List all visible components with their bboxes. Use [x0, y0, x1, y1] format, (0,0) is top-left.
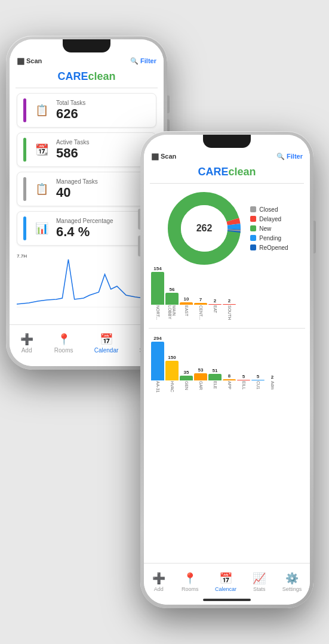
title-care-2: CARE [198, 166, 228, 178]
bar-chart-section-2: 294 AA-31 150 HVAC 35 GEN 53 GAR 51 ELE … [144, 331, 310, 401]
stat-info-0: Total Tasks 626 [56, 100, 150, 122]
nav-icon-p2-3: 📈 [253, 572, 266, 585]
stat-icon-3: 📊 [32, 219, 51, 238]
stat-card-0: 📋 Total Tasks 626 [17, 93, 156, 128]
scan-label-2: Scan [161, 153, 176, 160]
home-indicator-2 [203, 599, 251, 601]
right-button [313, 221, 316, 253]
bar-group-2-2: 35 GEN [180, 370, 193, 399]
search-icon-1: 🔍 [130, 57, 139, 65]
legend-item-1: Delayed [250, 216, 288, 222]
title-clean-1: clean [88, 70, 115, 82]
bar-2-5 [223, 379, 236, 380]
bar-group-1-5: 2 SOUTH [223, 298, 236, 323]
bar-group-2-0: 294 AA-31 [151, 336, 164, 399]
bar-2-0 [151, 342, 164, 380]
donut-chart: 262 [165, 190, 243, 267]
stat-value-1: 586 [56, 145, 150, 161]
stat-card-2: 📋 Managed Tasks 40 [17, 172, 156, 206]
bar-group-2-6: 5 EILL [237, 374, 250, 399]
bar-2-7 [251, 380, 265, 380]
title-divider-1 [16, 88, 158, 88]
bar-1-5 [223, 304, 236, 305]
scan-icon-2: ▦ [151, 151, 159, 161]
nav-icon-0: ➕ [20, 333, 33, 346]
stat-info-3: Managed Percentage 6.4 % [56, 218, 150, 240]
bar-2-3 [194, 373, 207, 380]
stat-label-1: Active Tasks [56, 139, 150, 145]
donut-section: 262 ClosedDelayedNewPendingReOpened [144, 184, 310, 267]
nav-item-1-add[interactable]: ➕Add [20, 333, 33, 354]
notch-2 [203, 135, 251, 148]
bar-2-4 [208, 374, 222, 380]
stat-icon-1: 📆 [32, 140, 51, 159]
stat-info-2: Managed Tasks 40 [56, 178, 150, 200]
nav-item-1-rooms[interactable]: 📍Rooms [54, 333, 73, 354]
title-care-1: CARE [57, 70, 88, 82]
legend-dot-3 [250, 235, 256, 241]
bar-group-1-3: 7 CENT... [194, 297, 207, 323]
svg-text:262: 262 [196, 223, 213, 233]
left-button-2 [138, 236, 140, 256]
nav-icon-p2-1: 📍 [183, 572, 196, 585]
stat-bar-3 [23, 216, 26, 240]
scan-label-1: Scan [26, 57, 42, 64]
stat-value-2: 40 [56, 185, 150, 200]
nav-icon-2: 📅 [100, 333, 113, 346]
scan-button-2[interactable]: ▦ Scan [151, 151, 176, 161]
phone-2-content: ▦ Scan 🔍 Filter CAREclean [144, 135, 310, 605]
bar-group-1-4: 2 EAT [208, 298, 222, 323]
bar-group-1-0: 154 NORT... [151, 266, 164, 323]
scan-button-1[interactable]: ▦ Scan [17, 56, 42, 66]
stat-value-3: 6.4 % [56, 224, 150, 240]
nav-icon-p2-2: 📅 [219, 572, 232, 585]
stat-value-0: 626 [56, 106, 150, 122]
bar-1-1 [165, 293, 179, 305]
stat-card-3: 📊 Managed Percentage 6.4 % [17, 211, 156, 246]
filter-button-1[interactable]: 🔍 Filter [130, 57, 156, 65]
nav-item-2-settings[interactable]: ⚙️Settings [282, 572, 302, 592]
legend-item-0: Closed [250, 206, 288, 213]
nav-icon-1: 📍 [57, 333, 70, 346]
app-title-1: CAREclean [10, 69, 164, 88]
stat-card-1: 📆 Active Tasks 586 [17, 132, 156, 167]
legend-item-2: New [250, 225, 288, 232]
bar-chart-section-1: 154 NORT... 56 MAIN LOBBY 10 EAST 7 CENT… [144, 267, 310, 326]
bar-group-1-2: 10 EAST [180, 296, 193, 323]
nav-item-2-rooms[interactable]: 📍Rooms [182, 572, 199, 592]
nav-item-2-stats[interactable]: 📈Stats [253, 572, 266, 592]
stat-icon-2: 📋 [32, 179, 51, 199]
stat-label-2: Managed Tasks [56, 178, 150, 185]
nav-item-2-calencar[interactable]: 📅Calencar [215, 572, 236, 592]
nav-icon-p2-0: ➕ [152, 572, 165, 585]
bar-1-0 [151, 272, 164, 305]
bar-group-2-4: 51 ELE [208, 368, 222, 399]
legend-item-3: Pending [250, 235, 288, 242]
bar-group-2-8: 2 Adm [266, 374, 279, 399]
bar-1-2 [180, 302, 193, 305]
stat-bar-1 [23, 138, 26, 162]
bar-group-2-5: 8 APP [223, 373, 236, 399]
stat-info-1: Active Tasks 586 [56, 139, 150, 161]
legend-dot-1 [250, 216, 256, 222]
title-clean-2: clean [228, 166, 256, 178]
svg-text:7.7H: 7.7H [17, 253, 27, 259]
nav-icon-p2-4: ⚙️ [285, 572, 299, 585]
filter-label-1: Filter [140, 57, 156, 64]
bar-1-4 [208, 304, 222, 305]
left-button [138, 209, 140, 230]
filter-button-2[interactable]: 🔍 Filter [276, 153, 303, 160]
divider-2 [149, 328, 305, 329]
side-button [167, 95, 170, 113]
line-chart-1: 7.7H [17, 250, 156, 310]
stat-icon-0: 📋 [32, 101, 51, 120]
phone-2-screen: ▦ Scan 🔍 Filter CAREclean [144, 135, 310, 605]
bar-group-2-3: 53 GAR [194, 367, 207, 399]
nav-item-1-calendar[interactable]: 📅Calendar [94, 333, 119, 354]
phone-2: ▦ Scan 🔍 Filter CAREclean [140, 131, 313, 608]
nav-item-2-add[interactable]: ➕Add [152, 572, 165, 592]
legend-dot-4 [250, 244, 256, 250]
bar-group-2-7: 5 CU1 [251, 374, 265, 399]
bar-2-1 [165, 361, 179, 380]
stat-label-3: Managed Percentage [56, 218, 150, 224]
